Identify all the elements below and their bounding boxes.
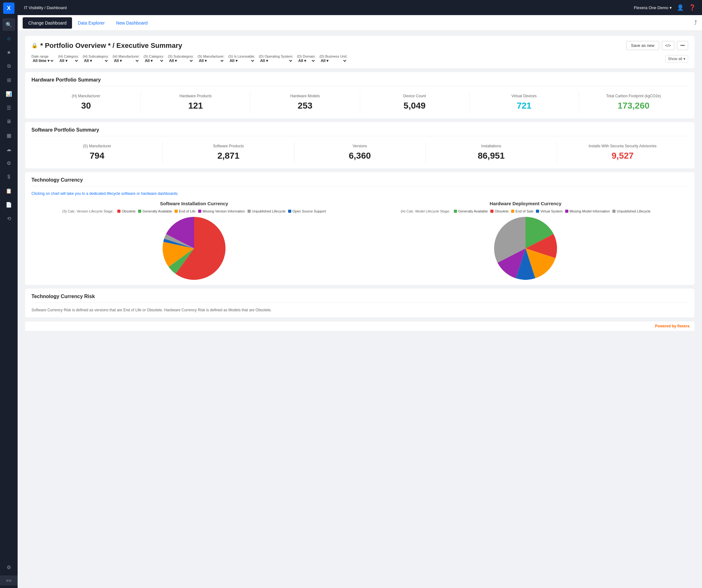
filter-label: (H) Category: <box>58 55 79 58</box>
filter-d-domain-select[interactable]: All ▾ <box>297 58 316 63</box>
monitor-icon[interactable]: 🖥 <box>3 115 15 128</box>
sw-versions-metric[interactable]: Versions 6,360 <box>295 141 426 163</box>
filter-h-category[interactable]: (H) Category: All ▾ <box>58 55 79 63</box>
hardware-summary-section: Hardware Portfolio Summary (H) Manufactu… <box>25 72 694 118</box>
filter-s-subcategory[interactable]: (S) Subcategory: All ▾ <box>168 55 194 63</box>
filter-h-manufacturer[interactable]: (H) Manufacturer: All ▾ <box>113 55 140 63</box>
dollar-icon[interactable]: $ <box>3 171 15 183</box>
filter-h-subcategory[interactable]: (H) Subcategory: All ▾ <box>83 55 109 63</box>
search-icon[interactable]: 🔍 <box>3 18 15 31</box>
breadcrumb: IT Visibility / Dashboard <box>24 5 634 10</box>
hw-unpublished-label: Unpublished Lifecycle <box>617 209 651 213</box>
filter-h-category-select[interactable]: All ▾ <box>58 58 79 63</box>
grid-icon[interactable]: ⊞ <box>3 74 15 86</box>
hw-device-count-metric[interactable]: Device Count 5,049 <box>360 91 470 113</box>
save-as-new-button[interactable]: Save as new <box>626 41 659 50</box>
hw-manufacturer-label: (H) Manufacturer <box>34 94 138 98</box>
filter-label: (S) Subcategory: <box>168 55 194 58</box>
tab-data-explorer[interactable]: Data Explorer <box>72 17 110 29</box>
hw-models-value: 253 <box>253 101 357 111</box>
sw-secunia-metric[interactable]: Installs With Secunia Security Advisorie… <box>557 141 688 163</box>
tech-currency-subtitle: Clicking on chart will take you to a ded… <box>31 191 688 196</box>
filter-s-licensable-select[interactable]: All ▾ <box>228 58 255 63</box>
filter-h-manufacturer-select[interactable]: All ▾ <box>113 58 140 63</box>
hw-legend-unpublished: Unpublished Lifecycle <box>612 209 651 213</box>
doc-icon[interactable]: 📄 <box>3 198 15 211</box>
tenant-selector[interactable]: Flexera One Demo ▾ <box>634 5 672 10</box>
hw-models-metric[interactable]: Hardware Models 253 <box>250 91 360 113</box>
sw-versions-label: Versions <box>297 144 423 148</box>
filter-h-subcategory-select[interactable]: All ▾ <box>83 58 109 63</box>
filter-d-os[interactable]: (D) Operating System: All ▾ <box>259 55 293 63</box>
software-summary-section: Software Portfolio Summary (S) Manufactu… <box>25 122 694 168</box>
workflow-icon[interactable]: ⟲ <box>3 212 15 225</box>
powered-by-prefix: Powered by <box>655 324 678 328</box>
hw-virtual-devices-metric[interactable]: Virtual Devices 721 <box>470 91 579 113</box>
share-button[interactable]: ⤴ <box>694 19 697 26</box>
tab-new-dashboard[interactable]: New Dashboard <box>110 17 153 29</box>
filter-s-category-select[interactable]: All ▾ <box>143 58 164 63</box>
sw-manufacturer-label: (S) Manufacturer <box>34 144 160 148</box>
settings-cog-icon[interactable]: ⚙ <box>3 157 15 169</box>
tenant-chevron: ▾ <box>670 5 672 10</box>
filter-s-manufacturer-select[interactable]: All ▾ <box>198 58 225 63</box>
server-icon[interactable]: ▦ <box>3 129 15 142</box>
user-icon[interactable]: 👤 <box>677 4 684 11</box>
tech-risk-section: Technology Currency Risk Software Curren… <box>25 289 694 317</box>
filter-d-business-unit[interactable]: (D) Business Unit: All ▾ <box>320 55 348 63</box>
hw-carbon-label: Total Carbon Footprint (kgCO2e) <box>582 94 686 98</box>
share-icon: ⤴ <box>694 19 697 26</box>
topbar-right: Flexera One Demo ▾ 👤 ❓ <box>634 4 696 11</box>
sidebar-logo[interactable]: X <box>3 3 14 14</box>
filter-s-category[interactable]: (S) Category: All ▾ <box>143 55 164 63</box>
obsolete-label: Obsolete <box>122 209 136 213</box>
more-options-button[interactable]: ••• <box>677 41 688 50</box>
filter-s-licensable[interactable]: (S) Is Licensable: All ▾ <box>228 55 255 63</box>
hardware-chart-container: Hardware Deployment Currency (H) Calc. M… <box>363 201 688 280</box>
filter-label: (D) Domain: <box>297 55 316 58</box>
topbar: IT Visibility / Dashboard Flexera One De… <box>18 0 702 15</box>
tech-currency-title: Technology Currency <box>31 177 688 186</box>
hw-products-metric[interactable]: Hardware Products 121 <box>141 91 250 113</box>
star-icon[interactable]: ★ <box>3 46 15 59</box>
sw-manufacturer-metric[interactable]: (S) Manufacturer 794 <box>31 141 163 163</box>
filter-s-subcategory-select[interactable]: All ▾ <box>168 58 194 63</box>
sidebar-expand-button[interactable]: «« <box>0 575 18 585</box>
sw-products-metric[interactable]: Software Products 2,871 <box>163 141 295 163</box>
filter-label: (D) Business Unit: <box>320 55 348 58</box>
gear-icon[interactable]: ⚙ <box>3 561 15 574</box>
filter-s-manufacturer[interactable]: (S) Manufacturer: All ▾ <box>198 55 225 63</box>
hw-carbon-metric[interactable]: Total Carbon Footprint (kgCO2e) 173,260 <box>579 91 688 113</box>
legend-end-of-life: End of Life <box>174 209 196 213</box>
cloud-icon[interactable]: ☁ <box>3 143 15 156</box>
hw-manufacturer-metric[interactable]: (H) Manufacturer 30 <box>31 91 141 113</box>
sw-installations-metric[interactable]: Installations 86,951 <box>426 141 557 163</box>
filter-label: (S) Manufacturer: <box>198 55 225 58</box>
layers-icon[interactable]: ⧉ <box>3 60 15 72</box>
filter-label: (S) Category: <box>143 55 164 58</box>
software-chart-container: Software Installation Currency (S) Calc.… <box>31 201 357 280</box>
content-area: 🔒 * Portfolio Overview * / Executive Sum… <box>18 31 702 588</box>
breadcrumb-current: Dashboard <box>46 5 67 10</box>
hardware-pie-chart[interactable] <box>494 217 557 280</box>
filter-date-range-select[interactable]: All time ▾ <box>31 58 54 63</box>
chart-bar-icon[interactable]: 📊 <box>3 88 15 100</box>
filter-d-business-unit-select[interactable]: All ▾ <box>320 58 348 63</box>
hw-legend-generally-available: Generally Available <box>454 209 488 213</box>
filter-label: (H) Subcategory: <box>83 55 109 58</box>
sw-manufacturer-value: 794 <box>34 151 160 161</box>
report-icon[interactable]: 📋 <box>3 184 15 197</box>
show-all-button[interactable]: Show all ▾ <box>665 55 688 63</box>
hw-virtual-color <box>536 210 539 213</box>
filter-d-domain[interactable]: (D) Domain: All ▾ <box>297 55 316 63</box>
code-button[interactable]: </> <box>662 41 675 50</box>
software-pie-chart[interactable] <box>162 217 226 280</box>
tab-change-dashboard[interactable]: Change Dashboard <box>23 17 72 29</box>
filter-d-os-select[interactable]: All ▾ <box>259 58 293 63</box>
hw-models-label: Hardware Models <box>253 94 357 98</box>
software-summary-title: Software Portfolio Summary <box>31 127 688 136</box>
filter-date-range[interactable]: Date range All time ▾ <box>31 55 54 63</box>
list-icon[interactable]: ☰ <box>3 101 15 114</box>
home-icon[interactable]: ⌂ <box>3 32 15 45</box>
help-icon[interactable]: ❓ <box>689 4 696 11</box>
